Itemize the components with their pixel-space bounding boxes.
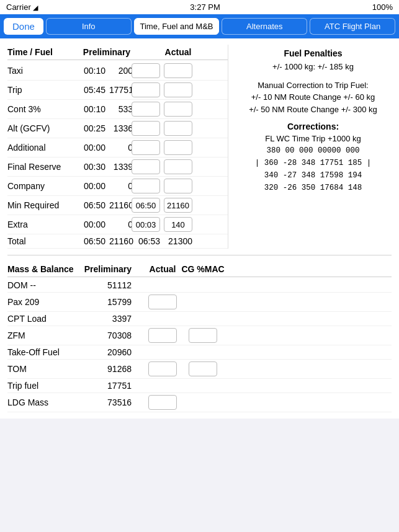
done-button[interactable]: Done [4, 18, 43, 35]
cont-actual-fuel[interactable] [164, 102, 192, 117]
col-header-actual: Actual [132, 47, 225, 57]
extra-actual-time[interactable] [132, 217, 160, 232]
penalties-line1: +/- 1000 kg: +/- 185 kg [235, 61, 392, 73]
mass-balance-section: Mass & Balance Preliminary Actual CG %MA… [7, 262, 392, 412]
tab-info[interactable]: Info [46, 18, 132, 35]
penalties-line3: +/- 10 NM Route Change +/- 60 kg [235, 91, 392, 104]
mb-col-label: Mass & Balance [7, 264, 82, 274]
additional-actual-fuel[interactable] [164, 140, 192, 155]
mb-col-actual: Actual [144, 264, 181, 274]
pax-actual[interactable] [148, 295, 177, 309]
trip-actual-fuel[interactable] [164, 82, 192, 97]
table-row: Additional 00:00 0 [7, 138, 228, 157]
mb-table-row: ZFM 70308 [7, 326, 392, 345]
mb-col-preliminary: Preliminary [82, 264, 132, 274]
time-label: 3:27 PM [190, 2, 220, 12]
zfm-actual[interactable] [148, 328, 177, 343]
cont-actual-time[interactable] [132, 102, 160, 117]
tab-alternates[interactable]: Alternates [222, 18, 307, 35]
taxi-actual-fuel[interactable] [164, 63, 192, 78]
tab-time-fuel[interactable]: Time, Fuel and M&B [134, 18, 220, 35]
mb-table-row: LDG Mass 73516 [7, 393, 392, 412]
tom-cg[interactable] [189, 361, 217, 376]
mb-table-header: Mass & Balance Preliminary Actual CG %MA… [7, 262, 392, 277]
main-content: Time / Fuel Preliminary Actual Taxi 00:1… [0, 38, 399, 419]
table-row: Extra 00:00 0 [7, 215, 228, 234]
fuel-penalties: Fuel Penalties +/- 1000 kg: +/- 185 kg M… [228, 45, 392, 249]
carrier-label: Carrier ◢ [6, 2, 38, 12]
fuel-section: Time / Fuel Preliminary Actual Taxi 00:1… [7, 45, 392, 249]
status-bar: Carrier ◢ 3:27 PM 100% [0, 0, 399, 14]
fuel-table-header: Time / Fuel Preliminary Actual [7, 45, 228, 60]
corrections-header: FL WC Time Trip +1000 kg [235, 134, 392, 143]
alt-actual-fuel[interactable] [164, 121, 192, 136]
tab-atc[interactable]: ATC Flight Plan [310, 18, 395, 35]
zfm-cg[interactable] [189, 328, 217, 343]
mb-table-row: DOM -- 51112 [7, 278, 392, 293]
finalreserve-actual-fuel[interactable] [164, 159, 192, 174]
taxi-actual-time[interactable] [132, 63, 160, 78]
fuel-table: Time / Fuel Preliminary Actual Taxi 00:1… [7, 45, 228, 249]
corrections-title: Corrections: [235, 115, 392, 134]
additional-actual-time[interactable] [132, 140, 160, 155]
battery-label: 100% [372, 2, 393, 12]
alt-actual-time[interactable] [132, 121, 160, 136]
minrequired-actual-fuel[interactable] [164, 198, 192, 213]
penalties-title: Fuel Penalties [235, 45, 392, 61]
table-row: Trip 05:45 17751 [7, 81, 228, 100]
finalreserve-actual-time[interactable] [132, 159, 160, 174]
table-row: Alt (GCFV) 00:25 1336 [7, 119, 228, 138]
mb-table-row: Pax 209 15799 [7, 293, 392, 312]
col-header-label: Time / Fuel [7, 47, 76, 57]
mb-table-row: Take-Off Fuel 20960 [7, 345, 392, 360]
nav-tabs: Done Info Time, Fuel and M&B Alternates … [0, 14, 399, 38]
corrections-row-2: 340 -27 348 17598 194 [235, 169, 392, 182]
penalties-line4: +/- 50 NM Route Change +/- 300 kg [235, 104, 392, 116]
penalties-line2: Manual Correction to Trip Fuel: [235, 79, 392, 92]
section-divider [7, 255, 392, 255]
mb-table-row: TOM 91268 [7, 360, 392, 379]
extra-actual-fuel[interactable] [164, 217, 192, 232]
table-row: Taxi 00:10 200 [7, 61, 228, 81]
col-header-preliminary: Preliminary [76, 47, 132, 57]
corrections-row-0: 380 00 000 00000 000 [235, 144, 392, 157]
mb-table-row: Trip fuel 17751 [7, 379, 392, 393]
table-row: Final Reserve 00:30 1339 [7, 157, 228, 177]
tom-actual[interactable] [148, 361, 177, 376]
table-row: Company 00:00 0 [7, 177, 228, 196]
corrections-row-3: 320 -26 350 17684 148 [235, 182, 392, 194]
mb-col-cg: CG %MAC [181, 264, 225, 274]
table-row: Cont 3% 00:10 533 [7, 100, 228, 119]
minrequired-actual-time[interactable] [132, 198, 160, 213]
table-row: Total 06:50 21160 06:53 21300 [7, 234, 228, 249]
trip-actual-time[interactable] [132, 82, 160, 97]
ldgmass-actual[interactable] [148, 395, 177, 410]
mb-table-row: CPT Load 3397 [7, 312, 392, 326]
company-actual-time[interactable] [132, 179, 160, 193]
company-actual-fuel[interactable] [164, 179, 192, 193]
corrections-row-1: | 360 -28 348 17751 185 | [235, 157, 392, 169]
table-row: Min Required 06:50 21160 [7, 196, 228, 215]
